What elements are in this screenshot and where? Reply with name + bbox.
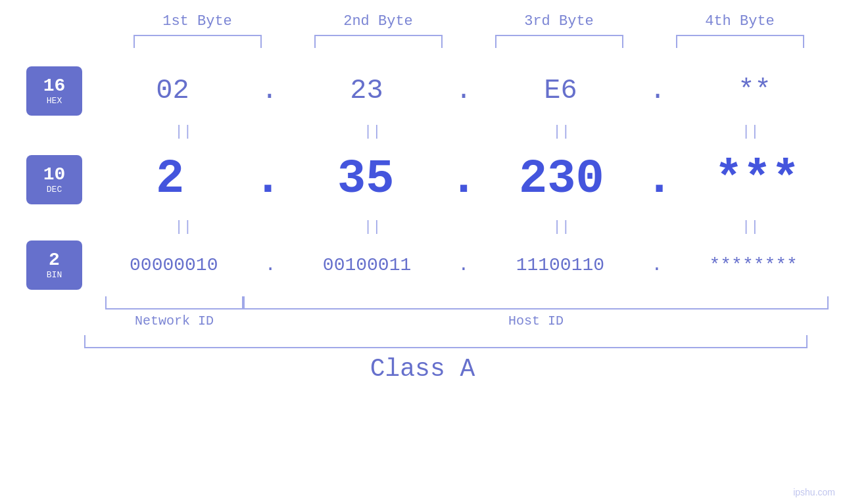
hex-base-label: HEX: [47, 96, 62, 106]
host-bracket: [243, 296, 829, 309]
hex-dot3: .: [649, 75, 665, 106]
dec-values: 2 . 35 . 230 . ***: [82, 152, 845, 206]
eq1-b3: ||: [496, 124, 627, 140]
bin-values: 00000010 . 00100011 . 11100110 . *******…: [82, 255, 845, 275]
main-container: 1st Byte 2nd Byte 3rd Byte 4th Byte 16 H…: [0, 0, 845, 504]
hex-values: 02 . 23 . E6 . **: [82, 75, 845, 106]
eq1-b1: ||: [118, 124, 249, 140]
byte2-label: 2nd Byte: [312, 13, 444, 30]
eq2-b4: ||: [685, 219, 816, 235]
hex-byte4: **: [689, 75, 821, 106]
bottom-bracket-row: [105, 296, 829, 309]
host-id-label: Host ID: [243, 313, 829, 329]
bin-dot2: .: [458, 255, 470, 275]
bin-badge: 2 BIN: [26, 241, 82, 290]
hex-base-number: 16: [43, 76, 66, 96]
dec-byte2: 35: [300, 152, 431, 206]
hex-byte2: 23: [301, 75, 432, 106]
watermark: ipshu.com: [793, 487, 835, 497]
header-row: 1st Byte 2nd Byte 3rd Byte 4th Byte: [107, 13, 831, 30]
network-bracket: [105, 296, 243, 309]
class-label: Class A: [370, 355, 475, 383]
hex-byte1: 02: [107, 75, 238, 106]
eq2-b1: ||: [118, 219, 249, 235]
eq2-b3: ||: [496, 219, 627, 235]
dec-row: 10 DEC 2 . 35 . 230 . ***: [0, 143, 845, 216]
dec-badge: 10 DEC: [26, 155, 82, 204]
hex-dot1: .: [261, 75, 278, 106]
top-brackets: [107, 35, 831, 48]
bracket-byte4: [676, 35, 804, 48]
bin-base-number: 2: [49, 250, 60, 270]
dec-base-number: 10: [43, 164, 66, 185]
dec-byte3: 230: [496, 152, 627, 206]
dec-dot1: .: [254, 152, 282, 206]
bin-base-label: BIN: [47, 270, 62, 280]
hex-badge: 16 HEX: [26, 66, 82, 116]
bracket-byte1: [133, 35, 262, 48]
byte4-label: 4th Byte: [674, 13, 806, 30]
bin-dot1: .: [265, 255, 276, 275]
network-id-label: Network ID: [105, 313, 243, 329]
hex-byte3: E6: [495, 75, 627, 106]
bin-dot3: .: [651, 255, 662, 275]
hex-dot2: .: [455, 75, 471, 106]
bracket-byte2: [314, 35, 443, 48]
bin-byte4: ********: [688, 255, 819, 275]
eq2-b2: ||: [306, 219, 438, 235]
bin-row: 2 BIN 00000010 . 00100011 . 11100110 . *…: [0, 239, 845, 291]
bracket-byte3: [495, 35, 623, 48]
dec-byte1: 2: [105, 152, 236, 206]
class-bracket: [84, 335, 808, 348]
byte3-label: 3rd Byte: [493, 13, 625, 30]
byte1-label: 1st Byte: [132, 13, 263, 30]
equals-row-1: || || || ||: [0, 120, 845, 143]
equals-row-2: || || || ||: [0, 216, 845, 239]
eq1-b4: ||: [685, 124, 816, 140]
dec-dot2: .: [449, 152, 477, 206]
eq1-b2: ||: [306, 124, 438, 140]
dec-byte4: ***: [691, 152, 823, 206]
hex-row: 16 HEX 02 . 23 . E6 . **: [0, 61, 845, 120]
bin-byte2: 00100011: [301, 255, 433, 275]
bin-byte1: 00000010: [108, 255, 239, 275]
id-labels-row: Network ID Host ID: [105, 313, 829, 329]
dec-dot3: .: [645, 152, 673, 206]
dec-base-label: DEC: [47, 185, 62, 195]
bin-byte3: 11100110: [495, 255, 626, 275]
